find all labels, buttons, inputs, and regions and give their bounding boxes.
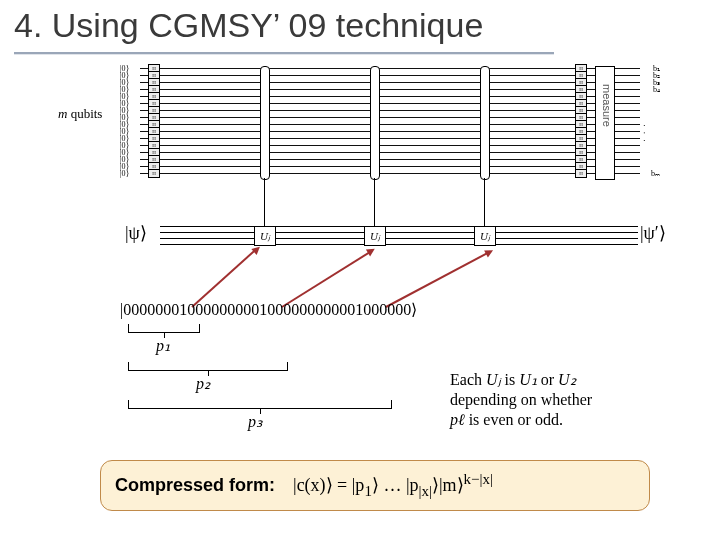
psi-out-label: |ψ′⟩ (640, 222, 666, 244)
arrow-p1 (191, 249, 256, 308)
bitstring-ket: |000000010000000001000000000001000000⟩ (120, 300, 417, 319)
psi-wire (160, 232, 638, 233)
control-gate (260, 66, 270, 180)
m-qubits-label: m qubits (58, 106, 102, 122)
output-bit-label: bₘ (651, 169, 660, 178)
arrowhead (366, 245, 377, 256)
qubit-wire (140, 145, 640, 146)
control-gate (370, 66, 380, 180)
ctrl-line (484, 178, 485, 226)
measure-label: measure (599, 84, 613, 127)
qubit-wire (140, 152, 640, 153)
ctrl-line (374, 178, 375, 226)
arrowhead (484, 247, 495, 258)
title-underline (14, 52, 554, 54)
uj-gate: Uⱼ (364, 226, 386, 246)
psi-wire (160, 238, 638, 239)
quantum-circuit: |0⟩HH|0⟩HH|0⟩HH|0⟩HH|0⟩HH|0⟩HH|0⟩HH|0⟩HH… (120, 64, 660, 214)
hadamard-gate: H (575, 169, 587, 178)
psi-in-label: |ψ⟩ (125, 222, 147, 244)
slide-title: 4. Using CGMSY’ 09 technique (14, 6, 483, 45)
qubit-wire (140, 110, 640, 111)
psi-wire (160, 244, 638, 245)
hadamard-gate: H (148, 169, 160, 178)
qubit-wire (140, 96, 640, 97)
qubit-wire (140, 159, 640, 160)
qubit-wire (140, 89, 640, 90)
qubit-wire (140, 82, 640, 83)
qubit-wire (140, 173, 640, 174)
control-gate (480, 66, 490, 180)
brace-p2 (128, 362, 288, 371)
uj-gate: Uⱼ (474, 226, 496, 246)
qubit-wire (140, 166, 640, 167)
qubit-wire (140, 117, 640, 118)
ket-zero-label: |0⟩ (120, 169, 129, 178)
psi-wire (160, 226, 638, 227)
compressed-form-formula: |c(x)⟩ = |p1⟩ … |p|x|⟩|m⟩k−|x| (293, 475, 493, 495)
qubit-wire (140, 75, 640, 76)
p1-label: p₁ (156, 336, 170, 355)
qubit-wire (140, 103, 640, 104)
brace-p1 (128, 324, 200, 333)
qubit-wire (140, 68, 640, 69)
ctrl-line (264, 178, 265, 226)
ellipsis-dots: · · · (639, 124, 650, 143)
p2-label: p₂ (196, 374, 210, 393)
compressed-form-box: Compressed form: |c(x)⟩ = |p1⟩ … |p|x|⟩|… (100, 460, 650, 511)
qubit-wire (140, 124, 640, 125)
p3-label: p₃ (248, 412, 262, 431)
output-bit-label: b₄ (653, 85, 660, 94)
brace-p3 (128, 400, 392, 409)
compressed-form-label: Compressed form: (115, 475, 275, 495)
uj-explanation: Each Uⱼ is U₁ or U₂ depending on whether… (450, 370, 700, 430)
qubit-wire (140, 138, 640, 139)
qubit-wire (140, 131, 640, 132)
